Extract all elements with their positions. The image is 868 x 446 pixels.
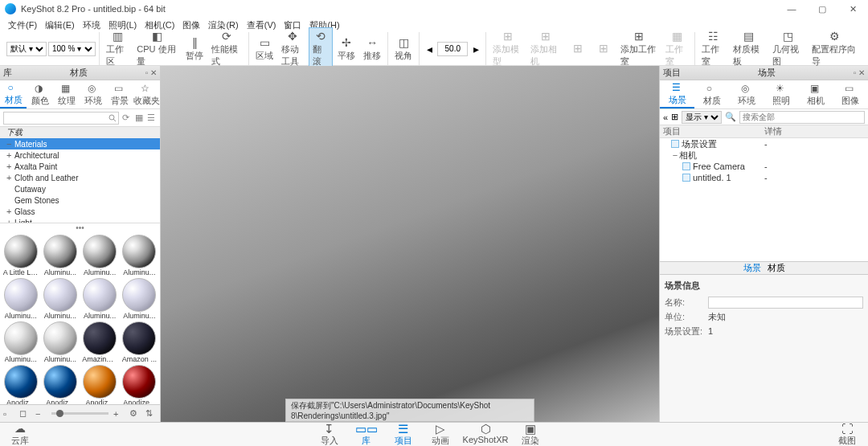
collapse-icon[interactable]: «	[663, 113, 668, 122]
toolbar-button[interactable]: ◧CPU 使用量	[133, 28, 181, 69]
tree-item[interactable]: +Light	[0, 217, 160, 223]
toolbar-button[interactable]: ⊞添加工作室	[617, 28, 661, 69]
fov-input[interactable]	[437, 42, 468, 56]
material-thumb[interactable]: Anodiz...	[2, 365, 39, 404]
minimize-button[interactable]: —	[776, 0, 807, 18]
menu-item[interactable]: 环境	[80, 19, 104, 31]
project-tab[interactable]: ○材质	[694, 80, 729, 108]
subtab-scene[interactable]: 场景	[743, 262, 761, 274]
library-tab[interactable]: ▭背景	[107, 80, 133, 108]
filter-icon[interactable]: ⚙	[129, 408, 141, 419]
tree-item[interactable]: +Cloth and Leather	[0, 172, 160, 183]
library-tab[interactable]: ○材质	[0, 80, 27, 108]
material-thumb[interactable]: Aluminu...	[81, 278, 119, 320]
scene-tree-row[interactable]: 场景设置-	[660, 138, 868, 149]
tree-item[interactable]: Cutaway	[0, 183, 160, 194]
toolbar-button[interactable]: ▭区域	[252, 35, 276, 63]
toolbar-button[interactable]: ✥移动工具	[278, 28, 307, 69]
project-tab[interactable]: ▣相机	[799, 80, 833, 108]
tree-item[interactable]: −Materials	[0, 138, 160, 149]
toolbar-button[interactable]: ☷工作室	[698, 28, 728, 69]
menu-item[interactable]: 图像	[179, 19, 203, 31]
screenshot-button[interactable]: ⛶ 截图	[833, 422, 862, 446]
tree-item[interactable]: +Architectural	[0, 149, 160, 161]
material-thumb[interactable]: Aluminu...	[121, 235, 158, 276]
toolbar-button[interactable]: ↔推移	[360, 35, 384, 63]
fov-prev-icon[interactable]: ◂	[423, 43, 436, 55]
tree-item[interactable]: +Axalta Paint	[0, 161, 160, 172]
toolbar-button[interactable]: ▥工作区	[103, 28, 132, 69]
viewport[interactable]: 保存截屏到"C:\Users\Administrator\Documents\K…	[161, 66, 659, 422]
scene-name-input[interactable]	[708, 297, 863, 309]
toolbar-icon: ⊞	[502, 30, 514, 43]
bottom-tab[interactable]: ⬡KeyShotXR	[463, 422, 509, 446]
material-thumb[interactable]: Amazing ...	[81, 321, 119, 363]
sort-icon[interactable]: ⇅	[145, 408, 157, 419]
workspace-select[interactable]: 默认 ▾	[6, 42, 47, 56]
menu-item[interactable]: 查看(V)	[244, 19, 280, 31]
zoom-select[interactable]: 100 % ▾	[48, 42, 96, 56]
library-tab[interactable]: ▦纹理	[53, 80, 80, 108]
breadcrumb-dots[interactable]: •••	[0, 223, 160, 233]
scene-tree-row[interactable]: Free Camera-	[660, 161, 868, 172]
project-tab[interactable]: ☀照明	[764, 80, 799, 108]
cloud-label[interactable]: 云库	[11, 435, 29, 446]
toolbar-button[interactable]: ▤材质模板	[730, 28, 768, 69]
view-small-icon[interactable]: ▫	[3, 409, 14, 419]
library-search-input[interactable]	[3, 112, 119, 125]
project-tab[interactable]: ☰场景	[660, 80, 694, 108]
view-large-icon[interactable]: ◻	[19, 408, 31, 419]
project-tab[interactable]: ▭图像	[833, 80, 868, 108]
panel-menu-icon[interactable]: ▫ ✕	[854, 68, 865, 77]
library-tab[interactable]: ◎环境	[80, 80, 107, 108]
tree-item[interactable]: +Glass	[0, 206, 160, 217]
material-thumb[interactable]: Aluminu...	[2, 278, 39, 320]
menu-item[interactable]: 文件(F)	[5, 19, 40, 31]
material-thumb[interactable]: Aluminu...	[81, 235, 119, 276]
toolbar-button[interactable]: ⟳性能模式	[208, 28, 245, 69]
material-thumb[interactable]: Anodize...	[121, 365, 158, 404]
toolbar-button[interactable]: ⚙配置程序向导	[809, 28, 862, 69]
thumb-size-slider[interactable]	[51, 412, 108, 415]
material-thumb[interactable]: Aluminu...	[41, 235, 79, 276]
panel-menu-icon[interactable]: ▫ ✕	[145, 68, 157, 77]
expand-icon[interactable]: ⊞	[671, 112, 678, 122]
toolbar-button[interactable]: ✢平移	[334, 35, 358, 63]
toolbar-button[interactable]: ◫视角	[391, 35, 416, 63]
tree-item[interactable]: Gem Stones	[0, 194, 160, 206]
scene-tree-row[interactable]: untitled. 1-	[660, 172, 868, 183]
refresh-icon[interactable]: ⟳	[121, 113, 132, 123]
bottom-tab[interactable]: ↧导入	[315, 422, 344, 446]
scene-tree-row[interactable]: −相机	[660, 149, 868, 161]
maximize-button[interactable]: ▢	[807, 0, 837, 18]
bottom-tab[interactable]: ▭▭库	[352, 422, 381, 446]
material-thumb[interactable]: Aluminu...	[41, 321, 79, 363]
library-tab[interactable]: ☆收藏夹	[133, 80, 160, 108]
menu-item[interactable]: 编辑(E)	[42, 19, 78, 31]
bottom-tab[interactable]: ☰项目	[389, 422, 418, 446]
toolbar-button[interactable]: ‖暂停	[182, 35, 207, 63]
scene-search-input[interactable]	[739, 111, 865, 124]
toolbar-button[interactable]: ⟲翻滚	[309, 27, 333, 70]
material-thumb[interactable]: Anodiz...	[41, 365, 79, 404]
project-tab[interactable]: ◎环境	[729, 80, 764, 108]
bottom-tab[interactable]: ▣渲染	[516, 422, 545, 446]
show-select[interactable]: 显示 ▾	[682, 111, 722, 124]
material-thumb[interactable]: Aluminu...	[41, 278, 79, 320]
bottom-tab[interactable]: ▷动画	[426, 422, 455, 446]
zoom-in-icon[interactable]: +	[113, 409, 125, 419]
material-thumb[interactable]: Aluminu...	[121, 278, 158, 320]
zoom-out-icon[interactable]: −	[35, 409, 47, 419]
material-thumb[interactable]: Amazon ...	[121, 321, 158, 363]
material-thumb[interactable]: Anodiz...	[81, 365, 119, 404]
subtab-material[interactable]: 材质	[768, 262, 785, 274]
material-thumb[interactable]: Aluminu...	[2, 321, 39, 363]
library-tab[interactable]: ◑颜色	[27, 80, 53, 108]
grid-icon[interactable]: ▦	[133, 113, 145, 123]
material-thumb[interactable]: A Little Li...	[2, 235, 39, 276]
list-icon[interactable]: ☰	[145, 113, 157, 123]
toolbar-button[interactable]: ◳几何视图	[769, 28, 807, 69]
close-button[interactable]: ✕	[837, 0, 868, 18]
fov-next-icon[interactable]: ▸	[469, 43, 482, 55]
cloud-icon[interactable]: ☁	[14, 422, 26, 435]
